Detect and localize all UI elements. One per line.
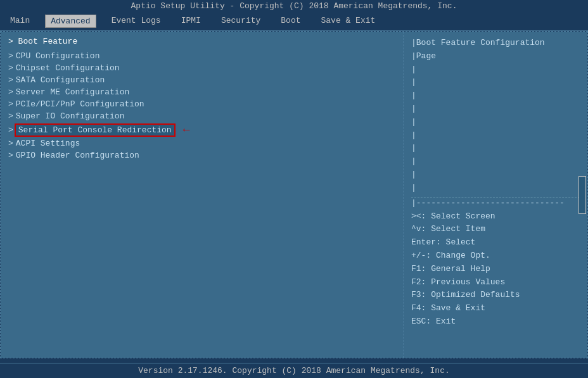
menu-item-advanced[interactable]: Advanced xyxy=(45,15,96,28)
shortcut-f4: F4: Save & Exit xyxy=(411,302,580,315)
entry-pcie-configuration[interactable]: > PCIe/PCI/PnP Configuration xyxy=(8,98,395,110)
section-header: > Boot Feature xyxy=(8,37,395,46)
main-area: > Boot Feature > CPU Configuration > Chi… xyxy=(0,31,588,358)
arrow-icon: > xyxy=(8,151,13,160)
menu-item-eventlogs[interactable]: Event Logs xyxy=(106,15,166,28)
arrow-icon: > xyxy=(8,63,13,73)
shortcut-enter-select: Enter: Select xyxy=(411,236,580,249)
shortcut-select-item: ^v: Select Item xyxy=(411,223,580,236)
description-sep9: | xyxy=(411,170,416,179)
menu-item-saveexit[interactable]: Save & Exit xyxy=(316,15,381,28)
entry-acpi-settings[interactable]: > ACPI Settings xyxy=(8,137,395,149)
arrow-icon: > xyxy=(8,125,13,135)
entry-label: SATA Configuration xyxy=(16,75,105,85)
description-sep4: | xyxy=(411,104,416,113)
menu-item-boot[interactable]: Boot xyxy=(276,15,305,28)
help-shortcuts: ><: Select Screen ^v: Select Item Enter:… xyxy=(411,210,580,329)
description-sep7: | xyxy=(411,143,416,153)
entry-label: Serial Port Console Redirection xyxy=(16,125,174,135)
title-bar: Aptio Setup Utility - Copyright (C) 2018… xyxy=(0,0,588,12)
menu-item-main[interactable]: Main xyxy=(5,15,35,28)
shortcut-change-opt: +/-: Change Opt. xyxy=(411,249,580,263)
entry-label: Server ME Configuration xyxy=(16,87,129,97)
arrow-icon: > xyxy=(8,51,13,61)
description-sep3: | xyxy=(411,91,416,100)
description-line1: |Boot Feature Configuration xyxy=(411,38,545,47)
entry-chipset-configuration[interactable]: > Chipset Configuration xyxy=(8,62,395,74)
entry-label: Super IO Configuration xyxy=(16,111,125,121)
entry-cpu-configuration[interactable]: > CPU Configuration xyxy=(8,50,395,62)
description-sep2: | xyxy=(411,77,416,87)
description-sep1: | xyxy=(411,65,416,74)
menu-item-ipmi[interactable]: IPMI xyxy=(176,15,206,28)
version-text: Version 2.17.1246. Copyright (C) 2018 Am… xyxy=(138,366,449,375)
arrow-icon: > xyxy=(8,87,13,97)
entry-serial-port-console[interactable]: > Serial Port Console Redirection ← xyxy=(8,122,395,137)
left-panel: > Boot Feature > CPU Configuration > Chi… xyxy=(1,32,404,358)
shortcut-f3: F3: Optimized Defaults xyxy=(411,289,580,302)
shortcut-esc: ESC: Exit xyxy=(411,315,580,329)
description-line2: |Page xyxy=(411,51,436,61)
entry-sata-configuration[interactable]: > SATA Configuration xyxy=(8,74,395,86)
entry-server-me-configuration[interactable]: > Server ME Configuration xyxy=(8,86,395,98)
shortcut-select-screen: ><: Select Screen xyxy=(411,210,580,224)
description-sep8: | xyxy=(411,156,416,166)
description-text: |Boot Feature Configuration |Page | | | … xyxy=(411,37,580,195)
shortcut-f2: F2: Previous Values xyxy=(411,276,580,289)
menu-bar: Main Advanced Event Logs IPMI Security B… xyxy=(0,12,588,31)
arrow-icon: > xyxy=(8,139,13,148)
entry-label: PCIe/PCI/PnP Configuration xyxy=(16,99,144,109)
description-sep5: | xyxy=(411,117,416,127)
scrollbar[interactable] xyxy=(578,176,586,214)
entry-label: Chipset Configuration xyxy=(16,63,120,73)
red-arrow-indicator: ← xyxy=(183,123,190,136)
description-sep6: | xyxy=(411,130,416,140)
arrow-icon: > xyxy=(8,99,13,109)
arrow-icon: > xyxy=(8,75,13,85)
right-panel: |Boot Feature Configuration |Page | | | … xyxy=(404,32,587,358)
entry-label: ACPI Settings xyxy=(16,139,80,148)
menu-item-security[interactable]: Security xyxy=(216,15,265,28)
description-sep10: | xyxy=(411,183,416,192)
version-bar: Version 2.17.1246. Copyright (C) 2018 Am… xyxy=(0,363,588,378)
arrow-icon: > xyxy=(8,111,13,121)
entry-super-io-configuration[interactable]: > Super IO Configuration xyxy=(8,110,395,122)
title-text: Aptio Setup Utility - Copyright (C) 2018… xyxy=(131,1,457,11)
help-divider: |------------------------------ xyxy=(411,198,580,208)
entry-label: CPU Configuration xyxy=(16,51,100,61)
shortcut-f1: F1: General Help xyxy=(411,263,580,276)
entry-gpio-header-configuration[interactable]: > GPIO Header Configuration xyxy=(8,149,395,161)
entry-label: GPIO Header Configuration xyxy=(16,151,139,160)
